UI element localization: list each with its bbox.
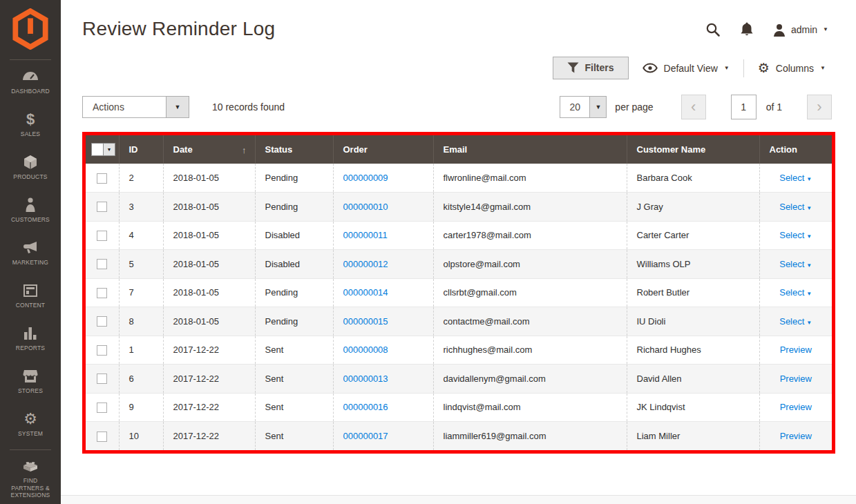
filters-button-label: Filters xyxy=(585,62,614,73)
row-checkbox[interactable] xyxy=(97,202,107,212)
current-page-input[interactable] xyxy=(731,95,757,119)
sidebar-item-customers[interactable]: CUSTOMERS xyxy=(0,188,61,231)
cell-checkbox xyxy=(86,393,119,422)
row-action-select[interactable]: Select▼ xyxy=(779,230,812,240)
row-action-preview[interactable]: Preview xyxy=(780,374,812,384)
row-action-select[interactable]: Select▼ xyxy=(779,287,812,298)
row-checkbox[interactable] xyxy=(97,345,107,356)
order-link[interactable]: 000000016 xyxy=(343,402,388,412)
actions-select[interactable]: Actions ▼ xyxy=(82,96,189,118)
row-action-select[interactable]: Select▼ xyxy=(779,202,812,212)
marketing-icon xyxy=(23,240,38,256)
column-header-date[interactable]: Date↑ xyxy=(163,135,255,164)
row-action-preview[interactable]: Preview xyxy=(780,345,812,355)
header-actions: admin ▼ xyxy=(705,18,828,37)
sidebar-divider xyxy=(10,449,51,450)
order-link[interactable]: 000000017 xyxy=(343,431,388,441)
sidebar-item-extensions[interactable]: FIND PARTNERS & EXTENSIONS xyxy=(0,454,61,503)
content-icon xyxy=(23,282,37,299)
next-page-button[interactable]: › xyxy=(807,95,832,119)
caret-down-icon: ▼ xyxy=(806,205,812,211)
caret-down-icon: ▼ xyxy=(806,320,812,326)
admin-page: DASHBOARD $ SALES PRODUCTS CUSTOMERS xyxy=(0,0,856,504)
order-link[interactable]: 000000013 xyxy=(343,374,388,384)
sidebar-item-stores[interactable]: STORES xyxy=(0,360,61,403)
order-link[interactable]: 000000009 xyxy=(343,173,388,183)
column-header-email[interactable]: Email xyxy=(433,135,627,164)
row-action-preview[interactable]: Preview xyxy=(780,431,812,441)
row-checkbox[interactable] xyxy=(97,259,107,269)
row-checkbox[interactable] xyxy=(97,403,107,413)
customers-icon xyxy=(25,197,36,213)
toolbar-separator xyxy=(743,59,744,77)
cell-id: 8 xyxy=(119,307,163,336)
cell-date: 2017-12-22 xyxy=(163,336,255,365)
per-page-select[interactable]: 20 ▼ xyxy=(560,96,607,118)
sidebar-item-label: STORES xyxy=(17,387,44,395)
cell-order: 000000008 xyxy=(333,336,433,365)
row-checkbox[interactable] xyxy=(97,288,107,298)
row-action-select[interactable]: Select▼ xyxy=(779,173,812,183)
cell-date: 2018-01-05 xyxy=(163,250,255,279)
sidebar-item-content[interactable]: CONTENT xyxy=(0,274,61,317)
search-icon[interactable] xyxy=(705,22,721,37)
sidebar-item-reports[interactable]: REPORTS xyxy=(0,317,61,360)
cell-checkbox xyxy=(86,250,119,279)
row-checkbox[interactable] xyxy=(97,173,107,184)
cell-email: contactme@mail.com xyxy=(433,307,627,336)
cell-action: Select▼ xyxy=(759,278,832,307)
order-link[interactable]: 000000010 xyxy=(343,202,388,212)
cell-order: 000000013 xyxy=(333,365,433,394)
cell-email: olpstore@mail.com xyxy=(433,250,627,279)
row-checkbox[interactable] xyxy=(97,374,107,384)
column-header-status[interactable]: Status xyxy=(255,135,333,164)
columns-control[interactable]: ⚙ Columns ▼ xyxy=(758,61,826,75)
sidebar-item-system[interactable]: ⚙ SYSTEM xyxy=(0,403,61,445)
column-header-id[interactable]: ID xyxy=(119,135,163,164)
sidebar-item-marketing[interactable]: MARKETING xyxy=(0,231,61,274)
caret-down-icon: ▼ xyxy=(806,262,812,269)
cell-status: Pending xyxy=(255,278,333,307)
row-action-preview[interactable]: Preview xyxy=(780,402,812,412)
sidebar: DASHBOARD $ SALES PRODUCTS CUSTOMERS xyxy=(0,0,61,504)
order-link[interactable]: 000000008 xyxy=(343,345,388,355)
notifications-bell-icon[interactable] xyxy=(740,22,754,37)
header-select-all[interactable]: ▼ xyxy=(86,135,119,164)
row-action-select[interactable]: Select▼ xyxy=(779,259,812,269)
cell-customer-name: Williams OLP xyxy=(627,250,759,279)
sidebar-item-dashboard[interactable]: DASHBOARD xyxy=(0,60,61,103)
caret-down-icon: ▼ xyxy=(823,27,828,32)
order-link[interactable]: 000000011 xyxy=(343,230,388,240)
order-link[interactable]: 000000012 xyxy=(343,259,388,269)
magento-logo[interactable] xyxy=(0,0,61,59)
filters-button[interactable]: Filters xyxy=(553,57,629,79)
cell-checkbox xyxy=(86,278,119,307)
cell-date: 2018-01-05 xyxy=(163,193,255,222)
column-header-customer-name[interactable]: Customer Name xyxy=(627,135,759,164)
row-checkbox[interactable] xyxy=(97,432,107,442)
cell-status: Sent xyxy=(255,422,333,451)
row-checkbox[interactable] xyxy=(97,231,107,241)
cell-checkbox xyxy=(86,365,119,394)
sidebar-item-sales[interactable]: $ SALES xyxy=(0,103,61,146)
cell-customer-name: J Gray xyxy=(627,193,759,222)
filter-funnel-icon xyxy=(567,62,579,73)
order-link[interactable]: 000000014 xyxy=(343,287,388,298)
row-checkbox[interactable] xyxy=(97,316,107,327)
column-header-action[interactable]: Action xyxy=(759,135,832,164)
cell-id: 3 xyxy=(119,193,163,222)
sidebar-item-products[interactable]: PRODUCTS xyxy=(0,146,61,188)
column-header-order[interactable]: Order xyxy=(333,135,433,164)
view-control[interactable]: Default View ▼ xyxy=(643,63,730,74)
cell-action: Select▼ xyxy=(759,193,832,222)
cell-date: 2017-12-22 xyxy=(163,365,255,394)
sidebar-nav: DASHBOARD $ SALES PRODUCTS CUSTOMERS xyxy=(0,60,61,503)
table-row: 22018-01-05Pending000000009flwronline@ma… xyxy=(86,164,832,193)
admin-account-menu[interactable]: admin ▼ xyxy=(773,23,828,37)
row-action-select[interactable]: Select▼ xyxy=(779,316,812,327)
select-all-checkbox[interactable]: ▼ xyxy=(91,143,115,156)
previous-page-button[interactable]: ‹ xyxy=(681,95,706,119)
products-icon xyxy=(23,154,38,171)
order-link[interactable]: 000000015 xyxy=(343,316,388,327)
page-header: Review Reminder Log admin ▼ xyxy=(61,0,856,40)
